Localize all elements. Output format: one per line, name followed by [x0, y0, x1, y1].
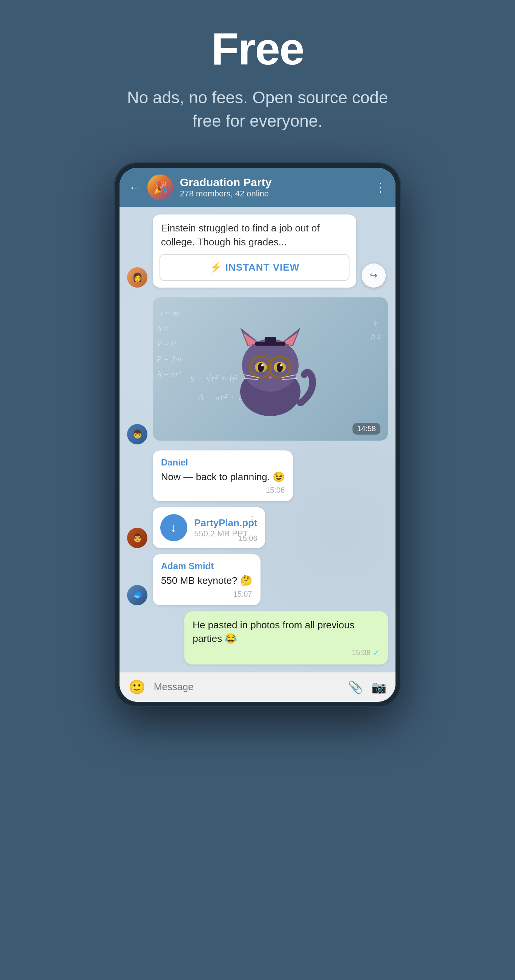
table-row: 👦 l = πr A = V = l² P = 2πr A = πr² θ h … — [127, 294, 388, 444]
svg-point-14 — [280, 364, 282, 366]
emoji-button[interactable]: 🙂 — [129, 679, 145, 695]
message-bubble: Daniel Now — back to planning. 😉 15:06 — [153, 450, 293, 501]
back-button[interactable]: ← — [129, 181, 140, 194]
message-input-bar: 🙂 📎 📷 — [120, 672, 395, 702]
message-text: He pasted in photos from all previous pa… — [193, 618, 379, 646]
avatar: 👦 — [127, 424, 147, 444]
message-bubble-own: He pasted in photos from all previous pa… — [184, 611, 388, 665]
sender-name: Daniel — [161, 457, 285, 468]
camera-button[interactable]: 📷 — [372, 680, 386, 694]
lightning-icon: ⚡ — [210, 262, 222, 273]
message-input[interactable] — [154, 681, 340, 693]
sticker-time: 14:58 — [352, 423, 380, 434]
avatar: 👨 — [127, 528, 147, 548]
chat-header: ← 🎉 Graduation Party 278 members, 42 onl… — [120, 168, 395, 207]
message-time: 15:08 — [352, 648, 371, 657]
message-time: 15:07 — [161, 590, 252, 598]
instant-view-card: Einstein struggled to find a job out of … — [153, 215, 356, 288]
hero-subtitle: No ads, no fees. Open source code free f… — [126, 86, 389, 132]
table-row: Daniel Now — back to planning. 😉 15:06 — [127, 450, 388, 501]
message-time: 15:06 — [161, 486, 285, 495]
formula-2: A = — [156, 324, 169, 334]
instant-view-button[interactable]: ⚡ INSTANT VIEW — [159, 254, 349, 281]
sticker-message: l = πr A = V = l² P = 2πr A = πr² θ h s … — [153, 298, 388, 441]
iv-text: Einstein struggled to find a job out of … — [153, 215, 356, 254]
instant-view-label: INSTANT VIEW — [225, 262, 299, 273]
formula-7: h s — [371, 331, 380, 341]
more-button[interactable]: ⋮ — [375, 180, 386, 194]
message-text: 550 MB keynote? 🤔 — [161, 574, 252, 587]
svg-point-13 — [261, 364, 263, 366]
cat-svg — [218, 316, 323, 422]
avatar-image: 👩 — [127, 267, 147, 288]
message-text: Now — back to planning. 😉 — [161, 470, 285, 484]
table-row: 👩 Einstein struggled to find a job out o… — [127, 215, 388, 288]
read-checkmark-icon: ✓ — [373, 648, 379, 658]
sticker-cat — [218, 316, 323, 422]
avatar: 👩 — [127, 267, 147, 288]
hero-title: Free — [211, 22, 303, 75]
file-time: 15:06 — [239, 534, 257, 543]
phone-shell: ← 🎉 Graduation Party 278 members, 42 onl… — [114, 162, 401, 707]
formula-3: V = l² — [156, 339, 176, 348]
formula-1: l = πr — [160, 309, 180, 318]
group-avatar: 🎉 — [147, 175, 173, 200]
header-info: Graduation Party 278 members, 42 online — [180, 176, 368, 199]
group-members: 278 members, 42 online — [180, 189, 368, 199]
file-more-icon[interactable]: ⋮ — [247, 513, 257, 526]
formula-5: A = πr² — [156, 369, 181, 379]
table-row: 🧢 Adam Smidt 550 MB keynote? 🤔 15:07 — [127, 554, 388, 605]
message-time-row: 15:08 ✓ — [193, 648, 379, 658]
avatar-image: 👨 — [127, 528, 147, 548]
file-bubble: ⋮ ↓ PartyPlan.ppt 550.2 MB PPT 15:06 — [153, 508, 265, 548]
file-download-button[interactable]: ↓ — [160, 514, 187, 541]
group-name: Graduation Party — [180, 176, 368, 189]
avatar-image: 🧢 — [127, 585, 147, 605]
avatar-image: 👦 — [127, 424, 147, 444]
phone-screen: ← 🎉 Graduation Party 278 members, 42 onl… — [120, 168, 395, 702]
avatar: 🧢 — [127, 585, 147, 605]
table-row: 👨 ⋮ ↓ PartyPlan.ppt 550.2 MB PPT 15:06 — [127, 508, 388, 548]
message-bubble: Adam Smidt 550 MB keynote? 🤔 15:07 — [153, 554, 260, 605]
sender-name: Adam Smidt — [161, 561, 252, 571]
chat-body: 👩 Einstein struggled to find a job out o… — [120, 207, 395, 672]
attach-button[interactable]: 📎 — [348, 680, 363, 694]
formula-4: P = 2πr — [156, 354, 182, 364]
svg-rect-21 — [265, 337, 276, 343]
group-avatar-inner: 🎉 — [147, 175, 173, 200]
table-row: He pasted in photos from all previous pa… — [127, 611, 388, 665]
forward-button[interactable]: ↪ — [362, 264, 386, 288]
formula-6: θ — [373, 320, 376, 328]
